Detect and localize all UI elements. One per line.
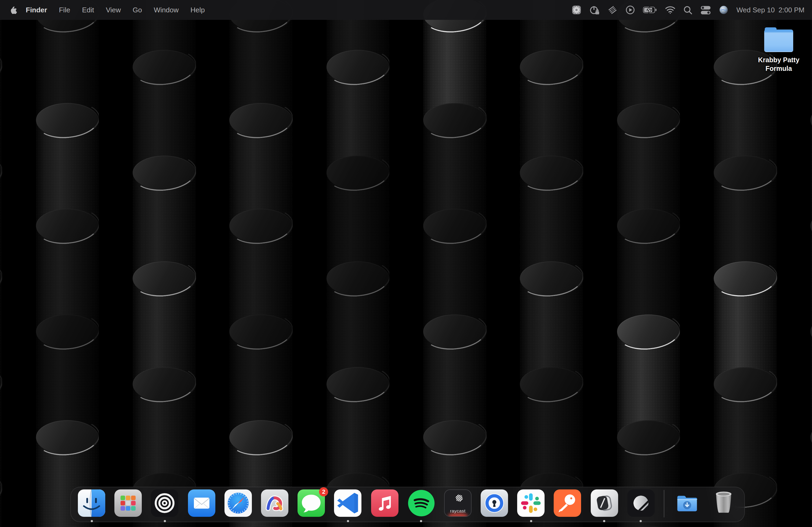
menu-item-view[interactable]: View [100, 0, 127, 20]
menu-item-file[interactable]: File [53, 0, 76, 20]
running-indicator [530, 520, 532, 522]
menu-bar: Finder FileEditViewGoWindowHelp Wed Sep … [0, 0, 812, 20]
striped-tag-icon[interactable] [608, 4, 618, 15]
power-lock-icon[interactable] [590, 4, 600, 15]
wallpaper-pillar [133, 0, 196, 527]
dock-app-arc[interactable] [261, 489, 288, 516]
arc-icon [261, 489, 288, 516]
menu-bar-left: Finder FileEditViewGoWindowHelp [10, 0, 211, 20]
dock-app-linear[interactable] [627, 489, 655, 516]
screen: Finder FileEditViewGoWindowHelp Wed Sep … [0, 0, 812, 527]
launchpad-icon [114, 489, 142, 516]
postman-icon [554, 489, 581, 516]
rings-icon [151, 489, 178, 516]
menu-item-help[interactable]: Help [185, 0, 211, 20]
running-indicator [420, 520, 422, 522]
menu-bar-clock[interactable]: Wed Sep 10 2:00 PM [737, 6, 808, 14]
folder-icon [764, 27, 793, 52]
dock-app-messages[interactable]: 2 [298, 489, 325, 516]
dock: 2raycast [70, 487, 745, 522]
menu-bar-time: 2:00 PM [779, 6, 804, 14]
music-icon [371, 489, 398, 516]
wallpaper-pillar [0, 0, 2, 527]
burst-app-icon[interactable] [572, 4, 582, 15]
apple-logo-icon [10, 6, 17, 14]
wallpaper-pillar [326, 0, 389, 527]
now-playing-icon[interactable] [625, 4, 636, 15]
desktop-folder-krabby-patty-formula[interactable]: Krabby Patty Formula [749, 27, 809, 73]
menu-app-name[interactable]: Finder [20, 0, 53, 20]
notification-badge: 2 [319, 487, 328, 496]
dock-app-1password[interactable] [481, 489, 508, 516]
dock-app-trash[interactable] [710, 489, 738, 516]
wallpaper-pillar [617, 0, 680, 527]
raycast-wordmark: raycast [444, 508, 472, 513]
running-indicator [90, 520, 93, 522]
wallpaper-pillar [230, 0, 293, 527]
dock-app-finder[interactable] [78, 489, 105, 516]
trash-icon [710, 489, 738, 516]
wallpaper-pillar [714, 0, 777, 527]
finder-icon [78, 489, 105, 516]
downloads-icon [673, 489, 701, 516]
spotify-icon [407, 489, 435, 516]
running-indicator [640, 520, 642, 522]
safari-icon [224, 489, 252, 516]
linear-icon [627, 489, 655, 516]
wallpaper-pillar [811, 0, 812, 527]
siri-icon[interactable] [719, 4, 729, 15]
control-center-icon[interactable] [700, 4, 711, 15]
dock-app-spotify[interactable] [407, 489, 435, 516]
slack-icon [518, 489, 545, 516]
spotlight-search-icon[interactable] [683, 4, 693, 15]
dock-app-launchpad[interactable] [114, 489, 142, 516]
dock-app-vscode[interactable] [334, 489, 362, 516]
dock-divider [664, 490, 664, 517]
desktop-wallpaper[interactable] [0, 0, 812, 527]
dock-app-postman[interactable] [554, 489, 581, 516]
menu-bar-status: Wed Sep 10 2:00 PM [572, 4, 808, 15]
running-indicator [164, 520, 166, 522]
menu-bar-date: Wed Sep 10 [737, 6, 775, 14]
wifi-icon[interactable] [665, 4, 676, 15]
running-indicator [603, 520, 605, 522]
mail-icon [188, 489, 215, 516]
apple-menu[interactable] [10, 5, 18, 15]
dock-app-rings[interactable] [151, 489, 178, 516]
vscode-icon [334, 489, 362, 516]
menu-item-edit[interactable]: Edit [76, 0, 100, 20]
menu-item-window[interactable]: Window [148, 0, 185, 20]
running-indicator [347, 520, 349, 522]
dock-app-music[interactable] [371, 489, 398, 516]
dock-app-slack[interactable] [518, 489, 545, 516]
dock-app-safari[interactable] [224, 489, 252, 516]
battery-charging-icon[interactable] [643, 4, 657, 15]
dock-app-mail[interactable] [188, 489, 215, 516]
wallpaper-pillar [520, 0, 583, 527]
1password-icon [481, 489, 508, 516]
dock-app-downloads[interactable] [673, 489, 701, 516]
dia-icon [591, 489, 618, 516]
dock-app-raycast[interactable]: raycast [444, 489, 472, 516]
wallpaper-pillar [423, 0, 486, 527]
menu-item-go[interactable]: Go [127, 0, 148, 20]
dock-app-dia[interactable] [591, 489, 618, 516]
wallpaper-pillar [36, 0, 99, 527]
folder-label: Krabby Patty Formula [749, 56, 809, 73]
